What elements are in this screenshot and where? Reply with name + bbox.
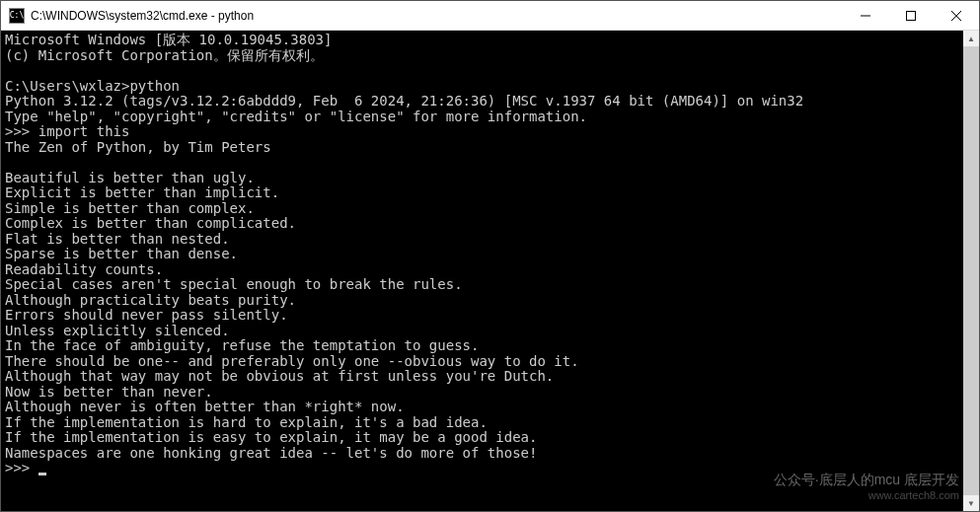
terminal-output[interactable]: Microsoft Windows [版本 10.0.19045.3803] (… (1, 31, 963, 511)
titlebar: C:\ C:\WINDOWS\system32\cmd.exe - python (1, 1, 979, 31)
terminal[interactable]: Microsoft Windows [版本 10.0.19045.3803] (… (1, 31, 979, 511)
svg-rect-1 (907, 11, 916, 20)
scroll-up-arrow[interactable]: ▲ (963, 31, 979, 46)
cursor (38, 473, 46, 475)
window-title: C:\WINDOWS\system32\cmd.exe - python (31, 9, 843, 23)
scrollbar[interactable]: ▲ ▼ (963, 31, 979, 511)
maximize-button[interactable] (888, 1, 934, 30)
scroll-down-arrow[interactable]: ▼ (963, 495, 979, 511)
cmd-icon: C:\ (9, 8, 25, 24)
close-button[interactable] (934, 1, 979, 30)
scroll-thumb[interactable] (963, 46, 979, 495)
minimize-button[interactable] (843, 1, 888, 30)
window-controls (843, 1, 979, 30)
